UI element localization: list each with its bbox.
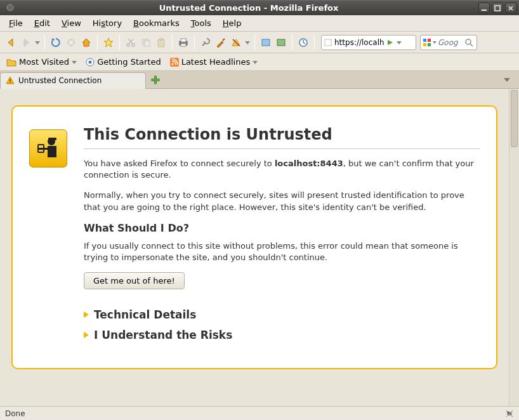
svg-point-46: [508, 411, 509, 413]
new-tab-button[interactable]: [147, 72, 164, 88]
copy-button[interactable]: [139, 36, 153, 49]
tool-dropdown[interactable]: [244, 40, 251, 45]
svg-rect-42: [48, 146, 56, 157]
svg-rect-2: [495, 6, 500, 11]
svg-rect-41: [48, 138, 56, 140]
svg-rect-36: [10, 79, 10, 82]
toolbar-separator: [44, 35, 45, 50]
menu-bookmarks[interactable]: Bookmarks: [128, 16, 185, 30]
bookmark-most-visited[interactable]: Most Visited: [4, 56, 79, 68]
understand-risks-expander[interactable]: I Understand the Risks: [84, 329, 480, 341]
svg-rect-20: [262, 39, 270, 46]
search-go-icon[interactable]: [464, 38, 473, 47]
triangle-right-icon: [84, 332, 89, 338]
tool-icon-3[interactable]: [229, 36, 243, 49]
stop-button[interactable]: [64, 36, 78, 49]
app-menu-icon: [6, 4, 15, 13]
error-paragraph: If you usually connect to this site with…: [84, 240, 480, 263]
bookmark-label: Latest Headlines: [181, 57, 251, 67]
paste-button[interactable]: [154, 36, 168, 49]
technical-details-expander[interactable]: Technical Details: [84, 308, 480, 321]
url-input[interactable]: [334, 38, 384, 47]
menu-file[interactable]: File: [4, 16, 28, 30]
folder-icon: [6, 58, 16, 67]
url-bar[interactable]: [321, 35, 416, 50]
svg-rect-18: [181, 44, 186, 46]
go-button[interactable]: [386, 38, 395, 47]
svg-rect-15: [160, 38, 162, 40]
toolbar-separator: [292, 35, 292, 50]
tab-title: Untrusted Connection: [18, 76, 102, 85]
warning-icon: [6, 76, 15, 85]
tab-active[interactable]: Untrusted Connection: [0, 72, 146, 89]
chevron-down-icon: [253, 60, 258, 65]
tool-icon-1[interactable]: [199, 36, 213, 49]
menu-edit[interactable]: Edit: [29, 16, 55, 30]
search-bar[interactable]: [420, 35, 477, 50]
svg-point-9: [132, 43, 135, 46]
toolbar-separator: [254, 35, 255, 50]
bookmarks-toolbar: Most Visited Getting Started Latest Head…: [0, 53, 519, 71]
svg-point-8: [127, 43, 129, 46]
status-right-icon[interactable]: [505, 409, 514, 418]
print-button[interactable]: [176, 36, 190, 49]
scrollbar-thumb[interactable]: [511, 90, 518, 147]
tool-icon-5[interactable]: [274, 36, 288, 49]
menu-help[interactable]: Help: [218, 16, 247, 30]
get-me-out-button[interactable]: Get me out of here!: [84, 272, 185, 289]
tabs-list-dropdown[interactable]: [504, 77, 516, 83]
page-identity-icon[interactable]: [324, 38, 332, 47]
clock-icon[interactable]: [296, 36, 310, 49]
tab-bar: Untrusted Connection: [0, 71, 519, 89]
svg-rect-37: [10, 82, 10, 83]
menu-view[interactable]: View: [56, 16, 86, 30]
svg-rect-17: [181, 39, 186, 42]
untrusted-connection-panel: This Connection is Untrusted You have as…: [11, 105, 497, 369]
toolbar-separator: [119, 35, 120, 50]
menubar: File Edit View History Bookmarks Tools H…: [0, 15, 519, 32]
menu-tools[interactable]: Tools: [186, 16, 216, 30]
maximize-button[interactable]: [492, 3, 503, 13]
expander-label: Technical Details: [94, 308, 196, 321]
svg-line-10: [129, 39, 133, 44]
reload-button[interactable]: [49, 36, 63, 49]
back-button[interactable]: [4, 36, 18, 49]
content-area: This Connection is Untrusted You have as…: [0, 89, 519, 406]
search-input[interactable]: [438, 38, 463, 47]
url-dropdown[interactable]: [397, 40, 402, 45]
error-paragraph: Normally, when you try to connect secure…: [84, 190, 480, 213]
page-icon: [86, 58, 95, 67]
search-engine-icon[interactable]: [423, 38, 431, 47]
tool-icon-2[interactable]: [214, 36, 228, 49]
tool-icon-4[interactable]: [259, 36, 273, 49]
error-subheading: What Should I Do?: [84, 222, 480, 234]
minimize-button[interactable]: [478, 3, 490, 13]
bookmark-star-button[interactable]: [102, 36, 115, 49]
svg-point-35: [171, 63, 173, 65]
bookmark-latest-headlines[interactable]: Latest Headlines: [168, 56, 261, 68]
chevron-down-icon: [72, 60, 77, 65]
close-button[interactable]: [505, 3, 516, 13]
navigation-toolbar: [0, 32, 519, 53]
bookmark-getting-started[interactable]: Getting Started: [83, 56, 164, 68]
forward-button[interactable]: [19, 36, 33, 49]
toolbar-separator: [172, 35, 173, 50]
svg-line-31: [470, 44, 473, 46]
error-paragraph: You have asked Firefox to connect secure…: [84, 158, 480, 181]
svg-rect-28: [423, 43, 426, 46]
nav-history-dropdown[interactable]: [34, 40, 41, 45]
vertical-scrollbar[interactable]: [509, 89, 519, 406]
cut-button[interactable]: [124, 36, 138, 49]
svg-point-33: [89, 60, 92, 63]
security-officer-icon: [29, 129, 67, 167]
home-button[interactable]: [79, 36, 93, 49]
search-engine-dropdown[interactable]: [433, 41, 437, 44]
menu-history[interactable]: History: [88, 16, 127, 30]
window-title: Untrusted Connection - Mozilla Firefox: [19, 3, 478, 13]
svg-rect-26: [423, 39, 426, 42]
svg-rect-27: [428, 39, 431, 42]
svg-rect-1: [482, 10, 487, 11]
rss-icon: [170, 58, 179, 67]
svg-rect-25: [325, 39, 331, 46]
bookmark-label: Most Visited: [19, 57, 69, 67]
